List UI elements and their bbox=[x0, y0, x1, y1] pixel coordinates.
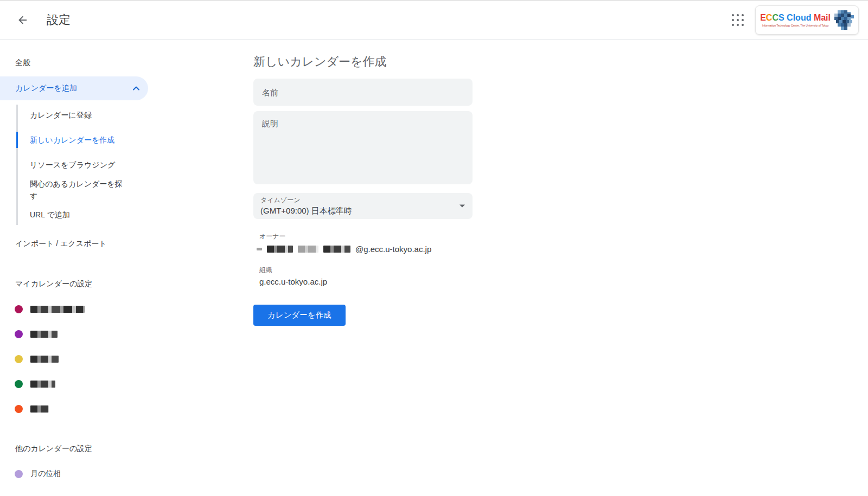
calendar-description-input[interactable] bbox=[253, 111, 473, 184]
account-logo-card[interactable]: ECCS Cloud Mail Information Technology C… bbox=[755, 5, 859, 35]
page-title: 設定 bbox=[47, 12, 71, 28]
sidebar-item-add-calendar[interactable]: カレンダーを追加 bbox=[0, 76, 148, 100]
create-calendar-button[interactable]: カレンダーを作成 bbox=[253, 305, 346, 326]
settings-sidebar: 全般 カレンダーを追加 カレンダーに登録 新しいカレンダーを作成 リソースをブラ… bbox=[0, 40, 239, 495]
calendar-item-label: 月の位相 bbox=[30, 469, 61, 479]
apps-grid-icon bbox=[731, 14, 744, 27]
calendar-color-dot bbox=[15, 330, 23, 338]
content-area: 全般 カレンダーを追加 カレンダーに登録 新しいカレンダーを作成 リソースをブラ… bbox=[0, 40, 868, 495]
sidebar-item-import-export[interactable]: インポート / エクスポート bbox=[0, 231, 239, 256]
sidebar-item-label: 関心のあるカレンダーを探す bbox=[30, 178, 126, 202]
redacted-email-part bbox=[298, 246, 318, 253]
sidebar-item-label: リソースをブラウジング bbox=[30, 159, 115, 171]
my-calendar-item[interactable] bbox=[0, 321, 239, 346]
organization-value: g.ecc.u-tokyo.ac.jp bbox=[253, 277, 473, 286]
sidebar-item-from-url[interactable]: URL で追加 bbox=[0, 202, 239, 227]
eccs-logo-title: ECCS Cloud Mail bbox=[760, 13, 831, 23]
calendar-name-input[interactable] bbox=[253, 79, 473, 106]
sidebar-item-subscribe-calendar[interactable]: カレンダーに登録 bbox=[0, 102, 239, 127]
sidebar-item-general[interactable]: 全般 bbox=[0, 50, 239, 75]
my-calendars-heading: マイカレンダーの設定 bbox=[0, 272, 239, 297]
logo-word-mail: Mail bbox=[814, 13, 831, 22]
calendar-color-dot bbox=[15, 380, 23, 388]
logo-letter: C bbox=[766, 13, 773, 22]
logo-word-cloud: Cloud bbox=[784, 13, 814, 22]
apps-grid-button[interactable] bbox=[727, 9, 749, 31]
sidebar-item-label: インポート / エクスポート bbox=[15, 239, 107, 249]
eccs-logo: ECCS Cloud Mail Information Technology C… bbox=[760, 13, 831, 27]
timezone-select[interactable]: タイムゾーン (GMT+09:00) 日本標準時 bbox=[253, 193, 473, 219]
logo-letter: C bbox=[772, 13, 778, 22]
redacted-calendar-name bbox=[30, 331, 58, 338]
my-calendar-item[interactable] bbox=[0, 346, 239, 371]
redacted-calendar-name bbox=[30, 405, 49, 413]
sidebar-item-browse-calendars-of-interest[interactable]: 関心のあるカレンダーを探す bbox=[0, 177, 239, 202]
my-calendar-item[interactable] bbox=[0, 396, 239, 421]
header: 設定 ECCS Cloud Mail Information Technolog… bbox=[0, 0, 868, 40]
my-calendar-item[interactable] bbox=[0, 371, 239, 396]
calendar-color-dot bbox=[15, 305, 23, 313]
owner-label: オーナー bbox=[253, 232, 473, 241]
sidebar-item-label: 全般 bbox=[15, 58, 30, 68]
redacted-email-part bbox=[323, 246, 350, 253]
redacted-email-part bbox=[257, 248, 262, 250]
logo-letter: E bbox=[760, 13, 766, 22]
redacted-calendar-name bbox=[30, 381, 55, 388]
calendar-color-dot bbox=[15, 470, 23, 478]
logo-letter: S bbox=[778, 13, 784, 22]
add-calendar-sublist: カレンダーに登録 新しいカレンダーを作成 リソースをブラウジング 関心のあるカレ… bbox=[0, 102, 239, 227]
chevron-up-icon bbox=[133, 86, 139, 91]
dropdown-arrow-icon bbox=[459, 205, 465, 208]
redacted-email-part bbox=[267, 246, 293, 253]
owner-email-domain: @g.ecc.u-tokyo.ac.jp bbox=[355, 244, 431, 254]
create-calendar-form: タイムゾーン (GMT+09:00) 日本標準時 オーナー @g.ecc.u-t… bbox=[253, 70, 473, 326]
sidebar-item-label: カレンダーに登録 bbox=[30, 109, 92, 121]
sidebar-item-label: URL で追加 bbox=[30, 209, 70, 221]
back-button[interactable] bbox=[12, 9, 34, 31]
sidebar-item-browse-resources[interactable]: リソースをブラウジング bbox=[0, 152, 239, 177]
selected-indicator bbox=[16, 132, 18, 148]
calendar-color-dot bbox=[15, 355, 23, 363]
main-panel: 新しいカレンダーを作成 タイムゾーン (GMT+09:00) 日本標準時 オーナ… bbox=[239, 40, 868, 495]
other-calendar-item-moon-phases[interactable]: 月の位相 bbox=[0, 461, 239, 486]
eccs-logo-subtitle: Information Technology Center, The Unive… bbox=[762, 24, 828, 27]
section-heading: 新しいカレンダーを作成 bbox=[253, 54, 868, 70]
timezone-label: タイムゾーン bbox=[260, 196, 453, 205]
owner-email: @g.ecc.u-tokyo.ac.jp bbox=[253, 244, 473, 254]
redacted-calendar-name bbox=[30, 356, 59, 363]
sidebar-item-label: カレンダーを追加 bbox=[15, 83, 77, 93]
avatar-mosaic-icon[interactable] bbox=[834, 10, 854, 30]
my-calendar-item[interactable] bbox=[0, 297, 239, 321]
sidebar-item-label: 新しいカレンダーを作成 bbox=[30, 134, 114, 146]
timezone-value: (GMT+09:00) 日本標準時 bbox=[260, 206, 453, 216]
redacted-calendar-name bbox=[30, 306, 85, 313]
organization-label: 組織 bbox=[253, 266, 473, 275]
other-calendars-heading: 他のカレンダーの設定 bbox=[0, 436, 239, 461]
calendar-color-dot bbox=[15, 405, 23, 413]
back-arrow-icon bbox=[17, 14, 29, 26]
sidebar-item-create-new-calendar[interactable]: 新しいカレンダーを作成 bbox=[0, 127, 239, 152]
